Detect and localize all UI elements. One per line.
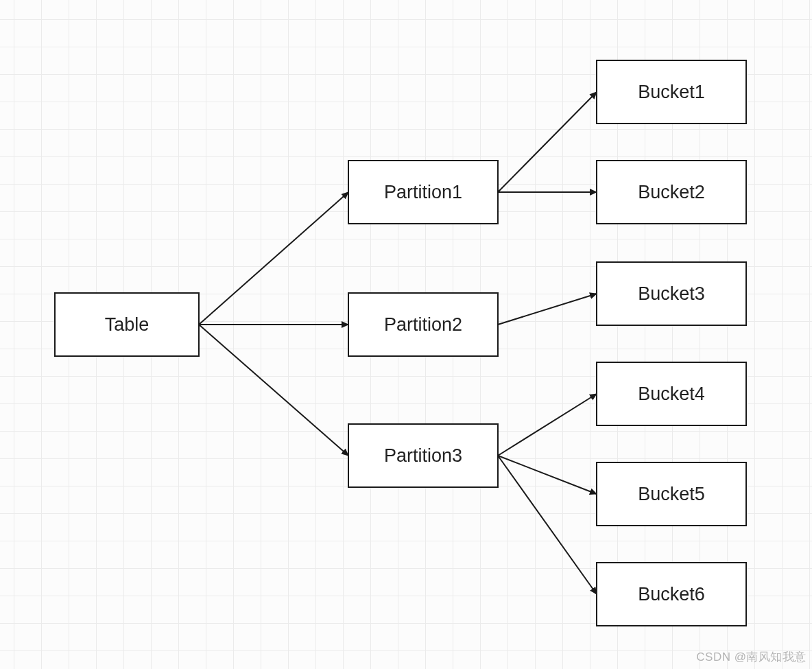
node-label-partition3: Partition3: [384, 445, 462, 466]
node-bucket6: Bucket6: [597, 563, 746, 626]
node-label-bucket3: Bucket3: [638, 283, 705, 304]
node-bucket3: Bucket3: [597, 262, 746, 325]
watermark: CSDN @南风知我意: [696, 649, 807, 665]
edge-partition3-bucket4: [498, 394, 597, 456]
node-bucket1: Bucket1: [597, 60, 746, 124]
node-partition2: Partition2: [348, 293, 498, 356]
node-bucket4: Bucket4: [597, 362, 746, 425]
node-label-table: Table: [105, 314, 150, 335]
node-bucket5: Bucket5: [597, 462, 746, 526]
node-partition3: Partition3: [348, 424, 498, 487]
node-label-bucket6: Bucket6: [638, 584, 705, 605]
node-label-bucket1: Bucket1: [638, 82, 705, 102]
edge-partition3-bucket5: [498, 456, 597, 494]
edge-table-partition1: [199, 192, 348, 325]
node-partition1: Partition1: [348, 161, 498, 224]
node-table: Table: [55, 293, 199, 356]
edge-partition2-bucket3: [498, 294, 597, 325]
nodes-layer: TablePartition1Partition2Partition3Bucke…: [55, 60, 746, 626]
node-label-bucket5: Bucket5: [638, 484, 705, 504]
edge-table-partition3: [199, 325, 348, 456]
node-label-bucket4: Bucket4: [638, 384, 705, 404]
diagram-canvas: TablePartition1Partition2Partition3Bucke…: [0, 0, 812, 669]
node-label-bucket2: Bucket2: [638, 182, 705, 202]
edge-partition1-bucket1: [498, 92, 597, 192]
node-label-partition1: Partition1: [384, 182, 462, 202]
node-label-partition2: Partition2: [384, 314, 462, 335]
node-bucket2: Bucket2: [597, 161, 746, 224]
edge-partition3-bucket6: [498, 456, 597, 594]
